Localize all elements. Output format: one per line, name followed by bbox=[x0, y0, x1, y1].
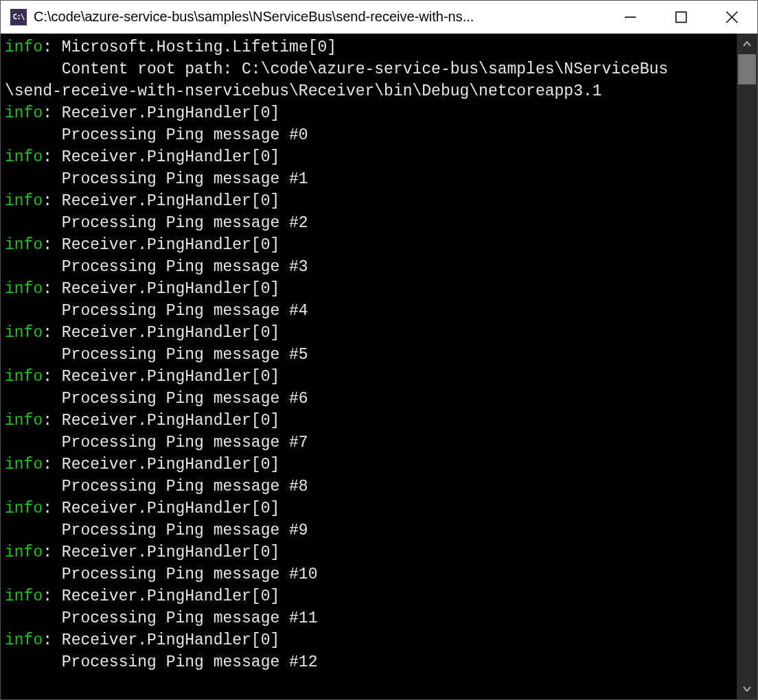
log-line: info: Receiver.PingHandler[0] bbox=[5, 102, 737, 124]
log-line: Processing Ping message #7 bbox=[5, 432, 737, 454]
log-line: Processing Ping message #12 bbox=[5, 651, 737, 673]
log-line: Processing Ping message #3 bbox=[5, 256, 737, 278]
log-line: info: Receiver.PingHandler[0] bbox=[5, 585, 737, 607]
log-level: info bbox=[5, 587, 43, 605]
minimize-button[interactable] bbox=[605, 1, 656, 33]
log-line: Processing Ping message #9 bbox=[5, 520, 737, 541]
log-source: : Receiver.PingHandler[0] bbox=[43, 587, 279, 605]
log-source: : Receiver.PingHandler[0] bbox=[43, 412, 279, 430]
log-level: info bbox=[5, 148, 43, 166]
log-source: : Receiver.PingHandler[0] bbox=[43, 104, 279, 122]
log-level: info bbox=[5, 456, 43, 474]
log-line: info: Receiver.PingHandler[0] bbox=[5, 190, 737, 212]
log-source: : Receiver.PingHandler[0] bbox=[43, 148, 279, 166]
log-level: info bbox=[5, 280, 43, 298]
log-line: info: Receiver.PingHandler[0] bbox=[5, 146, 737, 168]
log-line: info: Receiver.PingHandler[0] bbox=[5, 366, 737, 388]
window-title: C:\code\azure-service-bus\samples\NServi… bbox=[34, 9, 605, 25]
scroll-down-button[interactable] bbox=[737, 679, 757, 699]
window-controls bbox=[605, 1, 757, 33]
log-line: info: Receiver.PingHandler[0] bbox=[5, 498, 737, 520]
log-line: \send-receive-with-nservicebus\Receiver\… bbox=[5, 80, 737, 102]
log-source: : Receiver.PingHandler[0] bbox=[43, 631, 279, 649]
log-line: Processing Ping message #8 bbox=[5, 476, 737, 498]
svg-rect-1 bbox=[676, 12, 687, 22]
scrollbar-thumb[interactable] bbox=[738, 54, 756, 84]
log-line: info: Receiver.PingHandler[0] bbox=[5, 410, 737, 432]
log-line: info: Receiver.PingHandler[0] bbox=[5, 629, 737, 651]
log-line: info: Receiver.PingHandler[0] bbox=[5, 278, 737, 300]
log-level: info bbox=[5, 544, 43, 561]
titlebar[interactable]: C:\ C:\code\azure-service-bus\samples\NS… bbox=[1, 1, 757, 34]
log-line: info: Receiver.PingHandler[0] bbox=[5, 541, 737, 563]
chevron-down-icon bbox=[742, 684, 752, 694]
chevron-up-icon bbox=[742, 39, 752, 49]
log-level: info bbox=[5, 412, 43, 430]
log-line: Processing Ping message #4 bbox=[5, 300, 737, 322]
log-level: info bbox=[5, 368, 43, 386]
log-level: info bbox=[5, 236, 43, 254]
maximize-icon bbox=[675, 11, 687, 23]
scrollbar[interactable] bbox=[737, 34, 757, 699]
log-level: info bbox=[5, 104, 43, 122]
log-line: info: Microsoft.Hosting.Lifetime[0] bbox=[5, 36, 737, 58]
log-line: info: Receiver.PingHandler[0] bbox=[5, 454, 737, 476]
log-line: Processing Ping message #10 bbox=[5, 563, 737, 585]
log-line: Content root path: C:\code\azure-service… bbox=[5, 58, 737, 80]
log-line: Processing Ping message #0 bbox=[5, 124, 737, 146]
log-line: Processing Ping message #2 bbox=[5, 212, 737, 234]
log-source: : Receiver.PingHandler[0] bbox=[43, 236, 279, 254]
log-level: info bbox=[5, 38, 43, 56]
log-source: : Receiver.PingHandler[0] bbox=[43, 324, 279, 342]
log-source: : Receiver.PingHandler[0] bbox=[43, 500, 279, 517]
log-line: info: Receiver.PingHandler[0] bbox=[5, 234, 737, 256]
log-line: info: Receiver.PingHandler[0] bbox=[5, 322, 737, 344]
log-line: Processing Ping message #1 bbox=[5, 168, 737, 190]
close-icon bbox=[725, 10, 739, 24]
app-icon: C:\ bbox=[10, 9, 27, 25]
log-source: : Receiver.PingHandler[0] bbox=[43, 192, 279, 210]
log-level: info bbox=[5, 192, 43, 210]
log-line: Processing Ping message #5 bbox=[5, 344, 737, 366]
log-source: : Receiver.PingHandler[0] bbox=[43, 280, 279, 298]
log-line: Processing Ping message #6 bbox=[5, 388, 737, 410]
scroll-up-button[interactable] bbox=[737, 34, 757, 54]
console-area: info: Microsoft.Hosting.Lifetime[0] Cont… bbox=[1, 34, 757, 699]
log-source: : Receiver.PingHandler[0] bbox=[43, 544, 279, 561]
log-source: : Microsoft.Hosting.Lifetime[0] bbox=[43, 38, 336, 56]
log-level: info bbox=[5, 631, 43, 649]
console-output[interactable]: info: Microsoft.Hosting.Lifetime[0] Cont… bbox=[1, 34, 737, 699]
minimize-icon bbox=[624, 11, 636, 23]
log-source: : Receiver.PingHandler[0] bbox=[43, 368, 279, 386]
log-level: info bbox=[5, 500, 43, 517]
close-button[interactable] bbox=[707, 1, 757, 33]
maximize-button[interactable] bbox=[656, 1, 707, 33]
log-source: : Receiver.PingHandler[0] bbox=[43, 456, 279, 474]
log-level: info bbox=[5, 324, 43, 342]
log-line: Processing Ping message #11 bbox=[5, 607, 737, 629]
